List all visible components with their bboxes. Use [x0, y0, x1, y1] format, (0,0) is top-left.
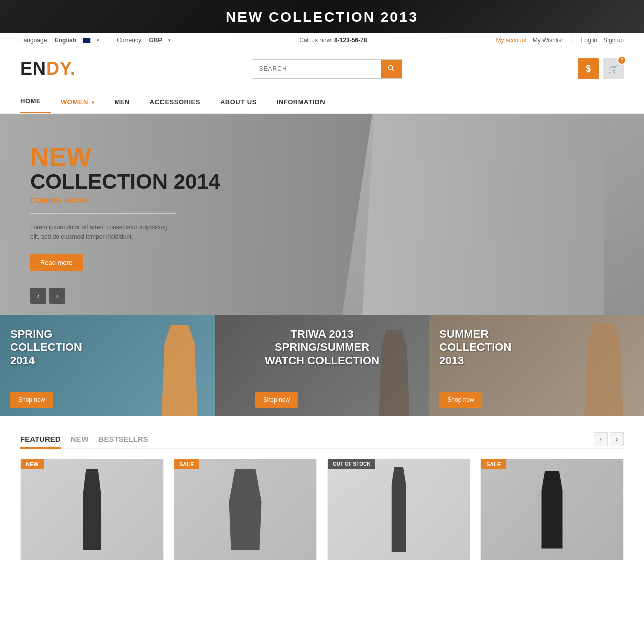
category-banner-triwa[interactable]: TRIWA 2013SPRING/SUMMERWATCH COLLECTION …: [215, 315, 430, 416]
cat-banner-3-title: SUMMERCOLLECTION2013: [439, 328, 634, 367]
nav-about[interactable]: ABOUT US: [210, 91, 267, 113]
product-badge-3: OUT OF STOCK: [328, 459, 375, 469]
cart-badge: 2: [617, 56, 626, 65]
products-prev-button[interactable]: ‹: [594, 432, 608, 446]
category-banner-summer[interactable]: SUMMERCOLLECTION2013 Shop now: [429, 315, 644, 416]
top-bar-right: My account My Wishlist | Log in Sign up: [496, 37, 624, 44]
top-bar: Language: English ▾ | Currency: GBP ▾ Ca…: [0, 33, 644, 48]
separator-2: |: [571, 37, 573, 44]
nav-accessories[interactable]: ACCESSORIES: [140, 91, 210, 113]
product-image-2: [174, 459, 316, 560]
cat-banner-1-content: SPRINGCOLLECTION2014 Shop now: [0, 315, 215, 416]
hero-collection-label: COLLECTION 2014: [30, 170, 614, 193]
navigation: HOME WOMEN ▾ MEN ACCESSORIES ABOUT US IN…: [0, 90, 644, 114]
product-card-4[interactable]: SALE: [480, 459, 624, 560]
flag-icon: [83, 38, 91, 43]
phone-bar: Call us now: 8-123-56-78: [299, 37, 367, 44]
product-silhouette-1: [77, 469, 107, 550]
product-silhouette-3: [385, 467, 413, 552]
header-icons: $ 🛒 2: [578, 58, 624, 79]
search-icon: [388, 65, 395, 72]
category-banner-spring[interactable]: SPRINGCOLLECTION2014 Shop now: [0, 315, 215, 416]
logo-dot: .: [70, 58, 76, 79]
language-value: English: [55, 37, 76, 44]
slider-prev-button[interactable]: ‹: [30, 288, 46, 304]
currency-icon-button[interactable]: $: [578, 58, 599, 79]
logo-part2: DY: [46, 58, 70, 79]
products-tabs: FEATURED NEW BESTSELLRS ‹ ›: [20, 431, 624, 449]
product-image-3: [328, 459, 470, 560]
product-badge-1: NEW: [21, 459, 44, 469]
product-image-1: [21, 459, 163, 560]
nav-information[interactable]: INFORMATION: [267, 91, 335, 113]
tab-featured[interactable]: FEATURED: [20, 431, 61, 449]
cat-banner-1-shop-button[interactable]: Shop now: [10, 392, 53, 408]
product-card-3[interactable]: OUT OF STOCK: [327, 459, 470, 560]
currency-dropdown-arrow[interactable]: ▾: [168, 38, 171, 43]
category-banners: SPRINGCOLLECTION2014 Shop now TRIWA 2013…: [0, 315, 644, 416]
products-tabs-left: FEATURED NEW BESTSELLRS: [20, 431, 148, 448]
slider-next-button[interactable]: ›: [49, 288, 65, 304]
search-button[interactable]: [381, 60, 402, 78]
top-banner: NEW COLLECTION 2013: [0, 0, 644, 33]
top-bar-left: Language: English ▾ | Currency: GBP ▾: [20, 37, 171, 44]
products-next-button[interactable]: ›: [610, 432, 624, 446]
cart-icon: 🛒: [608, 64, 618, 74]
language-dropdown-arrow[interactable]: ▾: [97, 38, 99, 43]
cat-banner-2-title: TRIWA 2013SPRING/SUMMERWATCH COLLECTION: [225, 328, 420, 367]
separator-1: |: [107, 37, 109, 44]
phone-number: 8-123-56-78: [334, 37, 367, 44]
svg-line-1: [392, 69, 394, 71]
phone-label: Call us now:: [299, 37, 332, 44]
my-wishlist-link[interactable]: My Wishlist: [533, 37, 564, 44]
currency-value: GBP: [149, 37, 162, 44]
header: ENDY. $ 🛒 2: [0, 48, 644, 90]
slider-controls: ‹ ›: [30, 288, 65, 304]
my-account-link[interactable]: My account: [496, 37, 526, 44]
tab-new[interactable]: NEW: [71, 431, 89, 449]
hero-new-label: NEW: [30, 144, 614, 170]
products-tab-nav: ‹ ›: [594, 432, 624, 446]
signup-link[interactable]: Sign up: [603, 37, 624, 44]
search-input[interactable]: [252, 60, 381, 77]
cat-banner-2-content: TRIWA 2013SPRING/SUMMERWATCH COLLECTION …: [215, 315, 430, 416]
search-bar: [252, 59, 403, 79]
product-silhouette-4: [535, 471, 570, 549]
cat-banner-3-content: SUMMERCOLLECTION2013 Shop now: [429, 315, 644, 416]
product-silhouette-2: [225, 469, 266, 550]
cart-wrapper: 🛒 2: [603, 58, 624, 79]
logo-part1: EN: [20, 58, 46, 79]
cat-banner-3-shop-button[interactable]: Shop now: [439, 392, 482, 408]
products-section: FEATURED NEW BESTSELLRS ‹ › NEW SALE: [0, 416, 644, 576]
language-label: Language:: [20, 37, 49, 44]
hero-divider: [30, 213, 176, 214]
product-card-2[interactable]: SALE: [174, 459, 317, 560]
hero-content: NEW COLLECTION 2014 COMING SOON Lorem ip…: [0, 114, 644, 301]
cat-banner-2-shop-button[interactable]: Shop now: [255, 392, 298, 408]
tab-bestsellers[interactable]: BESTSELLRS: [99, 431, 148, 449]
svg-point-0: [388, 65, 392, 69]
product-card-1[interactable]: NEW: [20, 459, 164, 560]
product-badge-2: SALE: [174, 459, 199, 469]
cat-banner-1-title: SPRINGCOLLECTION2014: [10, 328, 205, 367]
hero-description: Lorem ipsum dolor sit amet, consectetur …: [30, 223, 176, 242]
hero-coming-soon: COMING SOON: [30, 196, 614, 204]
logo[interactable]: ENDY.: [20, 58, 76, 79]
hero-read-more-button[interactable]: Read more: [30, 254, 83, 271]
currency-label: Currency:: [117, 37, 143, 44]
product-badge-4: SALE: [481, 459, 506, 469]
hero-slider: NEW COLLECTION 2014 COMING SOON Lorem ip…: [0, 114, 644, 315]
dollar-icon: $: [586, 64, 591, 74]
login-link[interactable]: Log in: [581, 37, 598, 44]
nav-men[interactable]: MEN: [104, 91, 139, 113]
product-grid: NEW SALE OUT OF STOCK SALE: [20, 459, 624, 560]
nav-women[interactable]: WOMEN ▾: [51, 91, 104, 113]
product-image-4: [481, 459, 623, 560]
top-banner-text: NEW COLLECTION 2013: [226, 9, 418, 25]
women-chevron: ▾: [92, 100, 95, 105]
nav-home[interactable]: HOME: [20, 90, 51, 113]
